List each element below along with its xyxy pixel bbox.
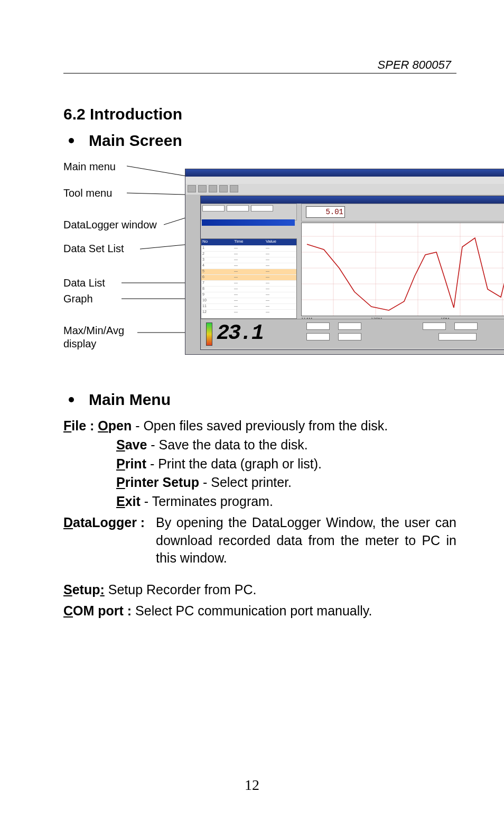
list-item[interactable]: 2—— [201,251,296,257]
field[interactable] [251,205,273,211]
maxminavg-panel: 23.1 [201,319,504,348]
list-item[interactable]: 12—— [201,309,296,315]
stat-box [454,323,478,330]
section-title: 6.2 Introduction [63,105,456,123]
list-item[interactable]: 4—— [201,263,296,269]
label-maxminavg-2: display [63,338,96,350]
label-tool-menu: Tool menu [63,187,112,199]
list-item[interactable]: 5—— [201,269,296,274]
level-bar-icon [206,323,212,346]
list-item[interactable]: 8—— [201,286,296,292]
outer-toolbar [185,184,504,195]
list-item[interactable]: 10—— [201,298,296,303]
label-main-menu: Main menu [63,161,116,173]
list-item[interactable]: 1—— [201,245,296,251]
list-item[interactable]: 6—— [201,274,296,280]
comport-line: COM port : Select PC communication port … [63,602,456,620]
label-data-list: Data List [63,277,105,289]
datalogger-desc: By opening the DataLogger Window, the us… [156,514,456,567]
lcd-readout: 5.01 [306,206,345,218]
file-open-line: File : Open - Open files saved previousl… [63,417,456,435]
field[interactable] [227,205,249,211]
stat-box [306,323,330,330]
status-bar [202,219,295,226]
field[interactable] [202,205,225,211]
stat-box [438,333,477,340]
data-list-header: No Time Value [201,239,296,245]
file-psetup-line: Printer Setup - Select printer. [63,474,456,492]
data-list[interactable]: No Time Value 1—— 2—— 3—— 4—— 5—— 6—— 7—… [201,238,297,319]
file-exit-line: Exit - Terminates program. [63,493,456,511]
outer-titlebar [185,169,504,177]
list-item[interactable]: 11—— [201,303,296,309]
col-value: Value [265,239,296,245]
datalogger-line: DataLogger : By opening the DataLogger W… [63,514,456,568]
datalogger-window: 5.01 [200,196,504,350]
toolbar-button[interactable] [188,185,196,192]
list-item[interactable]: 3—— [201,257,296,263]
readout-panel: 5.01 [301,204,504,222]
bullet-main-screen: Main Screen [63,132,456,150]
label-graph: Graph [63,293,93,305]
bullet-dot-icon [69,138,74,143]
list-item[interactable]: 9—— [201,292,296,298]
file-print-line: Print - Print the data (graph or list). [63,455,456,473]
page-header: SPER 800057 [63,58,456,72]
label-maxminavg-1: Max/Min/Avg [63,325,124,337]
child-titlebar [201,196,504,204]
file-save-line: Save - Save the data to the disk. [63,436,456,454]
label-data-set-list: Data Set List [63,243,124,255]
outer-window: 5.01 [185,169,504,355]
toolbar-button[interactable] [198,185,207,192]
page-number: 12 [0,777,504,794]
col-no: No [201,239,233,245]
app-screenshot: 5.01 [185,158,456,370]
toolbar-button[interactable] [209,185,217,192]
stat-box [306,333,330,340]
list-item[interactable]: 7—— [201,280,296,286]
header-rule [63,73,456,73]
stat-box [338,333,361,340]
bullet-dot-icon [69,397,74,402]
stat-box [338,323,361,330]
col-time: Time [233,239,265,245]
stat-box [423,323,446,330]
graph-area [301,223,504,316]
big-reading: 23.1 [217,321,263,345]
toolbar-button[interactable] [219,185,228,192]
bullet-main-menu: Main Menu [63,391,456,409]
setup-line: Setup: Setup Recorder from PC. [63,581,456,599]
bullet-main-menu-label: Main Menu [89,391,171,409]
outer-menubar [185,177,504,184]
bullet-main-screen-label: Main Screen [89,132,182,150]
dataset-controls [201,204,297,220]
toolbar-button[interactable] [230,185,238,192]
